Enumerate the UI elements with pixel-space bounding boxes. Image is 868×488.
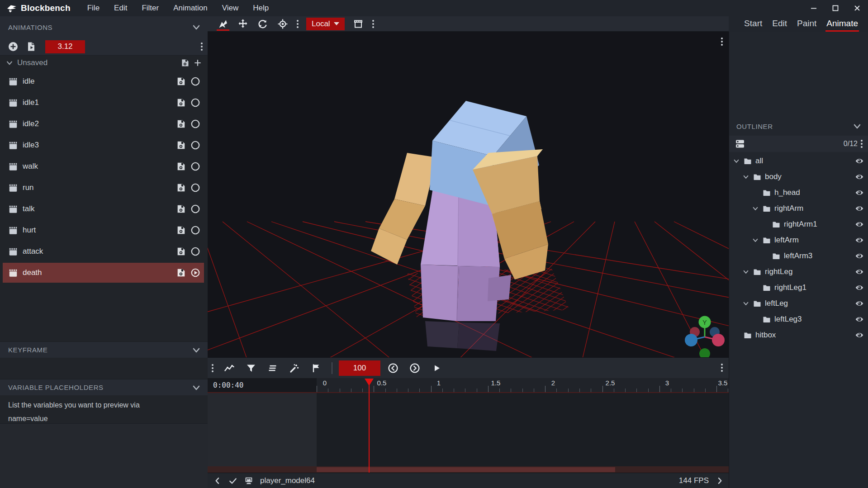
timeline-tracks[interactable]: [317, 393, 729, 466]
tree-node-rightArm[interactable]: rightArm: [729, 200, 868, 216]
load-animation-file-button[interactable]: [24, 39, 39, 54]
eye-icon[interactable]: [855, 315, 864, 324]
tree-node-leftArm3[interactable]: leftArm3: [729, 248, 868, 264]
current-frame-input[interactable]: 100: [339, 360, 380, 376]
collapse-chevron-icon[interactable]: [191, 345, 201, 355]
eye-icon[interactable]: [855, 220, 864, 229]
timeline-menu-button[interactable]: [209, 363, 217, 374]
play-animation-icon[interactable]: [190, 225, 200, 235]
chevron-right-icon[interactable]: [715, 476, 724, 485]
save-animation-icon[interactable]: [176, 76, 186, 86]
animation-row-death[interactable]: death: [3, 263, 204, 283]
playing-animation-icon[interactable]: [190, 268, 200, 278]
animation-row-idle2[interactable]: idle2: [3, 114, 204, 134]
menu-filter[interactable]: Filter: [136, 2, 165, 14]
menu-animation[interactable]: Animation: [167, 2, 213, 14]
play-animation-icon[interactable]: [190, 140, 200, 150]
eye-icon[interactable]: [855, 204, 864, 213]
eye-icon[interactable]: [855, 267, 864, 276]
animation-group-unsaved[interactable]: Unsaved: [0, 56, 208, 70]
rotate-tool-button[interactable]: [254, 17, 272, 31]
eye-icon[interactable]: [855, 299, 864, 308]
chevron-down-icon[interactable]: [752, 205, 759, 212]
pose-tool-button[interactable]: [214, 17, 232, 31]
pivot-tool-button[interactable]: [274, 17, 292, 31]
eye-icon[interactable]: [855, 251, 864, 261]
tab-paint[interactable]: Paint: [792, 17, 821, 31]
chevron-down-icon[interactable]: [742, 173, 749, 180]
animation-row-run[interactable]: run: [3, 178, 204, 198]
variable-placeholders-header[interactable]: VARIABLE PLACEHOLDERS: [0, 379, 208, 395]
play-animation-icon[interactable]: [190, 119, 200, 129]
playhead-handle[interactable]: [365, 379, 374, 386]
scrollbar-thumb[interactable]: [317, 467, 615, 472]
maximize-button[interactable]: [825, 0, 846, 16]
eye-icon[interactable]: [855, 156, 864, 166]
animation-row-hurt[interactable]: hurt: [3, 220, 204, 240]
save-animation-icon[interactable]: [176, 225, 186, 235]
animations-menu-button[interactable]: [198, 41, 206, 52]
toolbar-overflow-button[interactable]: [369, 19, 377, 29]
tab-edit[interactable]: Edit: [768, 17, 792, 31]
menu-help[interactable]: Help: [247, 2, 275, 14]
timeline-overflow-button[interactable]: [718, 362, 726, 373]
animation-row-attack[interactable]: attack: [3, 242, 204, 261]
save-animation-icon[interactable]: [176, 119, 186, 129]
playhead-line[interactable]: [369, 384, 370, 473]
tree-node-body[interactable]: body: [729, 169, 868, 185]
play-animation-icon[interactable]: [190, 183, 200, 193]
play-animation-icon[interactable]: [190, 161, 200, 171]
play-button[interactable]: [427, 361, 446, 375]
tree-node-rightArm1[interactable]: rightArm1: [729, 216, 868, 232]
eye-icon[interactable]: [855, 331, 864, 340]
sort-channels-button[interactable]: [264, 361, 282, 375]
eye-icon[interactable]: [855, 236, 864, 245]
play-animation-icon[interactable]: [190, 76, 200, 86]
tree-node-all[interactable]: all: [729, 153, 868, 169]
animation-length-input[interactable]: 3.12: [45, 40, 85, 53]
tree-node-h_head[interactable]: h_head: [729, 185, 868, 200]
animation-row-idle[interactable]: idle: [3, 71, 204, 91]
timeline-ruler[interactable]: 0:00:40 0 0.5 1 1.5 2 2.5 3 3.5: [208, 378, 729, 393]
tree-node-hitbox[interactable]: hitbox: [729, 327, 868, 343]
jump-backward-button[interactable]: [384, 361, 402, 375]
tree-node-rightLeg[interactable]: rightLeg: [729, 264, 868, 280]
chevron-down-icon[interactable]: [742, 268, 749, 275]
save-animation-icon[interactable]: [176, 98, 186, 108]
save-group-icon[interactable]: [180, 58, 190, 67]
chevron-down-icon[interactable]: [752, 237, 759, 244]
jump-forward-button[interactable]: [406, 361, 424, 375]
tree-node-rightLeg1[interactable]: rightLeg1: [729, 280, 868, 295]
filter-channels-button[interactable]: [242, 361, 260, 375]
collapse-chevron-icon[interactable]: [191, 383, 201, 393]
coordinate-space-dropdown[interactable]: Local: [306, 18, 345, 30]
viewport-menu-button[interactable]: [718, 36, 726, 47]
tree-node-leftLeg3[interactable]: leftLeg3: [729, 311, 868, 327]
close-button[interactable]: [846, 0, 868, 16]
toolbar-menu-button[interactable]: [294, 19, 302, 29]
save-animation-icon[interactable]: [176, 140, 186, 150]
viewport-3d[interactable]: Y: [208, 32, 729, 357]
play-animation-icon[interactable]: [190, 246, 200, 256]
collapse-chevron-icon[interactable]: [191, 22, 201, 32]
plugin-store-button[interactable]: [349, 17, 367, 31]
animation-row-walk[interactable]: walk: [3, 156, 204, 176]
animation-row-idle1[interactable]: idle1: [3, 93, 204, 113]
save-animation-icon[interactable]: [176, 161, 186, 171]
chevron-down-icon[interactable]: [5, 59, 14, 67]
menu-file[interactable]: File: [81, 2, 105, 14]
play-animation-icon[interactable]: [190, 98, 200, 108]
collapse-chevron-icon[interactable]: [852, 121, 862, 131]
marker-button[interactable]: [307, 361, 325, 375]
save-animation-icon[interactable]: [176, 204, 186, 214]
save-animation-icon[interactable]: [176, 268, 186, 278]
add-animation-button[interactable]: [5, 39, 21, 54]
eye-icon[interactable]: [855, 172, 864, 181]
animation-row-talk[interactable]: talk: [3, 199, 204, 219]
play-animation-icon[interactable]: [190, 204, 200, 214]
menu-view[interactable]: View: [216, 2, 245, 14]
menu-edit[interactable]: Edit: [108, 2, 133, 14]
outliner-header[interactable]: OUTLINER: [729, 118, 868, 134]
eye-icon[interactable]: [855, 283, 864, 292]
tree-node-leftLeg[interactable]: leftLeg: [729, 295, 868, 311]
